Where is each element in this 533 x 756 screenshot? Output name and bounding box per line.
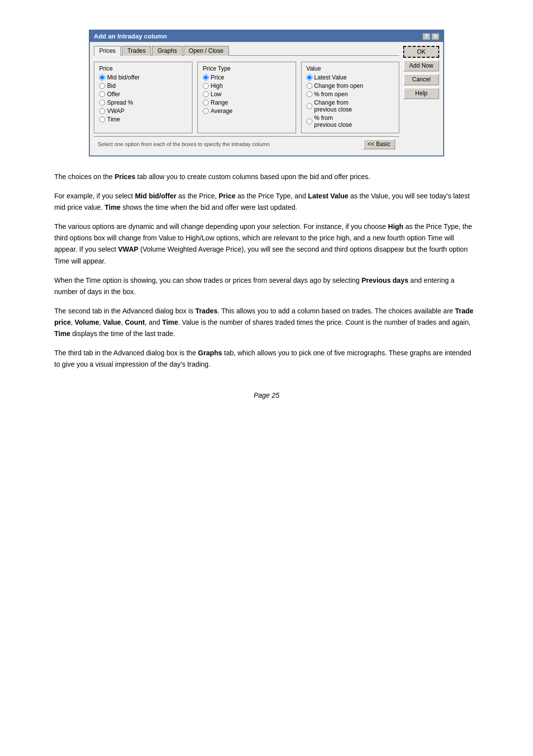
radio-change-from-open[interactable]: Change from open (306, 82, 394, 89)
radio-change-from-prev-close[interactable]: Change fromprevious close (306, 99, 394, 113)
radio-bid-input[interactable] (99, 83, 105, 89)
price-group-label: Price (99, 65, 187, 72)
bold-graphs: Graphs (198, 349, 222, 357)
radio-offer[interactable]: Offer (99, 91, 187, 98)
bold-trades: Trades (195, 307, 218, 315)
radio-offer-input[interactable] (99, 91, 105, 97)
cancel-button[interactable]: Cancel (403, 74, 439, 85)
radio-latest-value-input[interactable] (306, 75, 312, 80)
price-type-group-label: Price Type (203, 65, 291, 72)
bold-time3: Time (54, 330, 70, 338)
radio-pricetype-range-label: Range (211, 99, 228, 106)
dialog-titlebar: Add an Intraday column ? ✕ (90, 31, 443, 42)
radio-vwap-label: VWAP (107, 108, 124, 114)
radio-pricetype-high-label: High (211, 82, 223, 89)
radio-pricetype-high-input[interactable] (203, 83, 209, 89)
bold-count: Count (125, 318, 145, 326)
bold-time: Time (105, 203, 120, 211)
radio-pct-from-prev-close[interactable]: % fromprevious close (306, 114, 394, 128)
radio-vwap[interactable]: VWAP (99, 108, 187, 114)
add-now-button[interactable]: Add Now (403, 60, 439, 72)
radio-pricetype-average-input[interactable] (203, 108, 209, 114)
radio-pct-from-prev-close-input[interactable] (306, 118, 312, 124)
price-group: Price Mid bid/offer Bid Offer (94, 62, 192, 133)
radio-pct-from-open-input[interactable] (306, 91, 312, 97)
radio-change-from-open-label: Change from open (314, 82, 363, 89)
radio-pricetype-low-label: Low (211, 91, 222, 98)
radio-mid-bid-offer-label: Mid bid/offer (107, 74, 140, 81)
dialog-action-buttons: OK Add Now Cancel Help (403, 46, 439, 151)
close-icon-button[interactable]: ✕ (431, 33, 439, 40)
basic-button[interactable]: << Basic (363, 139, 396, 150)
bold-high: High (388, 223, 403, 230)
radio-spread-pct-label: Spread % (107, 99, 133, 106)
radio-mid-bid-offer[interactable]: Mid bid/offer (99, 74, 187, 81)
radio-bid[interactable]: Bid (99, 82, 187, 89)
paragraph-2: For example, if you select Mid bid/offer… (54, 190, 479, 213)
paragraph-5: The second tab in the Advanced dialog bo… (54, 305, 479, 340)
bold-price: Price (219, 192, 235, 200)
dialog-main: Prices Trades Graphs Open / Close Price … (94, 46, 399, 151)
radio-latest-value[interactable]: Latest Value (306, 74, 394, 81)
radio-offer-label: Offer (107, 91, 120, 98)
radio-change-from-prev-close-input[interactable] (306, 103, 312, 109)
radio-pricetype-average-label: Average (211, 108, 232, 114)
page-number: Page 25 (54, 390, 479, 401)
dialog-tabs: Prices Trades Graphs Open / Close (94, 46, 399, 56)
radio-pct-from-open[interactable]: % from open (306, 91, 394, 98)
bold-previous-days: Previous days (362, 276, 409, 284)
help-icon-button[interactable]: ? (422, 33, 430, 40)
radio-pricetype-high[interactable]: High (203, 82, 291, 89)
dialog-title: Add an Intraday column (94, 33, 167, 40)
dialog-footer: Select one option from each of the boxes… (94, 136, 399, 151)
radio-time-input[interactable] (99, 116, 105, 122)
options-row: Price Mid bid/offer Bid Offer (94, 62, 399, 133)
radio-pricetype-average[interactable]: Average (203, 108, 291, 114)
bold-prices: Prices (114, 173, 135, 181)
paragraph-1: The choices on the Prices tab allow you … (54, 171, 479, 183)
tab-prices[interactable]: Prices (94, 46, 121, 56)
tab-open-close[interactable]: Open / Close (184, 46, 229, 56)
radio-pricetype-low-input[interactable] (203, 91, 209, 97)
paragraph-6: The third tab in the Advanced dialog box… (54, 347, 479, 370)
dialog-body: Prices Trades Graphs Open / Close Price … (90, 42, 443, 155)
radio-pct-from-open-label: % from open (314, 91, 348, 98)
radio-pricetype-price-input[interactable] (203, 75, 209, 80)
tab-graphs[interactable]: Graphs (152, 46, 182, 56)
paragraph-3: The various options are dynamic and will… (54, 221, 479, 266)
radio-pct-from-prev-close-label: % fromprevious close (314, 114, 352, 128)
radio-spread-pct-input[interactable] (99, 100, 105, 106)
radio-latest-value-label: Latest Value (314, 74, 347, 81)
bold-latest-value: Latest Value (308, 192, 348, 200)
tab-trades[interactable]: Trades (122, 46, 151, 56)
radio-time[interactable]: Time (99, 116, 187, 123)
bold-mid-bid-offer: Mid bid/offer (135, 192, 176, 200)
bold-time2: Time (162, 318, 178, 326)
help-button[interactable]: Help (403, 87, 439, 99)
radio-pricetype-low[interactable]: Low (203, 91, 291, 98)
radio-change-from-prev-close-label: Change fromprevious close (314, 99, 352, 113)
dialog-title-buttons: ? ✕ (422, 33, 439, 40)
paragraph-4: When the Time option is showing, you can… (54, 275, 479, 298)
radio-bid-label: Bid (107, 82, 115, 89)
radio-vwap-input[interactable] (99, 108, 105, 114)
bold-value: Value (103, 318, 121, 326)
price-type-group: Price Type Price High Low (197, 62, 296, 133)
radio-time-label: Time (107, 116, 120, 123)
bold-vwap: VWAP (118, 245, 138, 253)
radio-change-from-open-input[interactable] (306, 83, 312, 89)
value-group: Value Latest Value Change from open % fr… (301, 62, 400, 133)
radio-pricetype-range-input[interactable] (203, 100, 209, 106)
radio-spread-pct[interactable]: Spread % (99, 99, 187, 106)
radio-price-type-price[interactable]: Price (203, 74, 291, 81)
bold-volume: Volume (75, 318, 99, 326)
radio-pricetype-price-label: Price (211, 74, 224, 81)
value-group-label: Value (306, 65, 394, 72)
footer-text: Select one option from each of the boxes… (98, 141, 270, 147)
body-text: The choices on the Prices tab allow you … (54, 171, 479, 401)
add-intraday-dialog: Add an Intraday column ? ✕ Prices Trades… (89, 30, 444, 156)
radio-pricetype-range[interactable]: Range (203, 99, 291, 106)
radio-mid-bid-offer-input[interactable] (99, 75, 105, 80)
ok-button[interactable]: OK (403, 46, 439, 58)
